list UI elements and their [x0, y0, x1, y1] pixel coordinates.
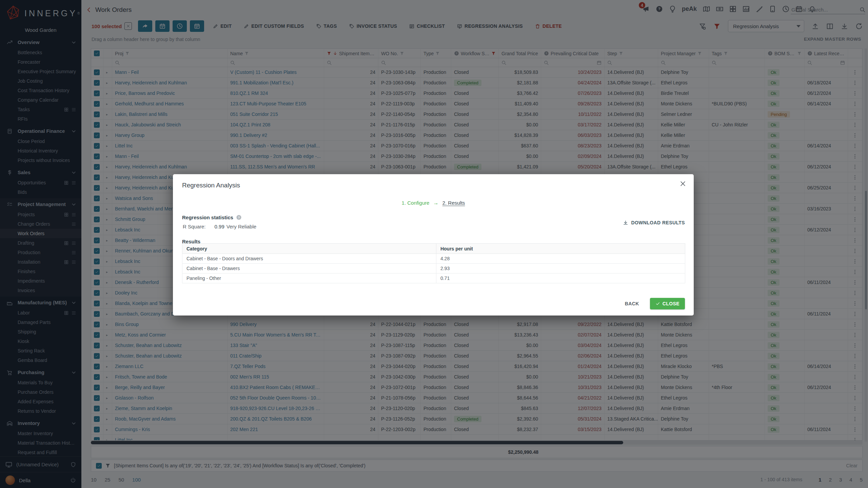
results-row: Cabinet - Base - Drawers2.93	[182, 264, 685, 273]
result-category: Paneling - Other	[182, 273, 436, 283]
step-results[interactable]: 2. Results	[442, 200, 465, 206]
download-results-button[interactable]: DOWNLOAD RESULTS	[623, 220, 685, 225]
help-icon[interactable]: ?	[236, 215, 242, 220]
r-square-line: R Square:0.99Very Reliable	[183, 224, 256, 229]
result-hours: 4.28	[436, 254, 685, 264]
results-col-category: Category	[182, 244, 436, 254]
download-results-label: DOWNLOAD RESULTS	[631, 220, 685, 225]
back-button[interactable]: BACK	[623, 301, 641, 307]
step-configure[interactable]: 1. Configure	[402, 200, 430, 206]
arrow-right-icon: →	[433, 200, 439, 206]
result-category: Cabinet - Base - Doors and Drawers	[182, 254, 436, 264]
regression-statistics-heading: Regression statistics	[182, 215, 233, 220]
results-row: Cabinet - Base - Doors and Drawers4.28	[182, 254, 685, 264]
result-hours: 0.71	[436, 273, 685, 283]
results-col-hours: Hours per unit	[436, 244, 685, 254]
app-root: INNERGY ® Wood Garden OverviewBottleneck…	[0, 0, 868, 488]
r-square-value: 0.99	[215, 224, 224, 229]
svg-text:?: ?	[238, 216, 240, 219]
close-button[interactable]: CLOSE	[650, 298, 685, 309]
regression-analysis-modal: Regression Analysis 1. Configure → 2. Re…	[173, 174, 694, 316]
close-icon[interactable]	[679, 180, 686, 187]
modal-title: Regression Analysis	[182, 182, 240, 189]
download-icon	[623, 220, 628, 225]
r-square-qualifier: Very Reliable	[226, 224, 256, 229]
check-icon	[655, 301, 660, 306]
modal-stepper: 1. Configure → 2. Results	[173, 200, 694, 206]
result-category: Cabinet - Base - Drawers	[182, 264, 436, 273]
r-square-label: R Square:	[183, 224, 206, 229]
results-table: Category Hours per unit Cabinet - Base -…	[182, 243, 685, 283]
results-row: Paneling - Other0.71	[182, 273, 685, 283]
result-hours: 2.93	[436, 264, 685, 273]
